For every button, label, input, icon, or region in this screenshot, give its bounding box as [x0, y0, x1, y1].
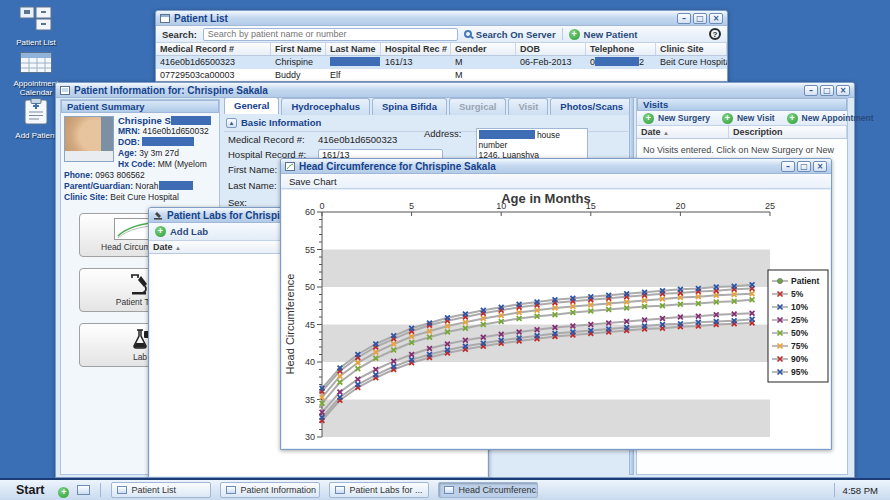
- svg-text:Age in Months: Age in Months: [501, 191, 591, 206]
- column-date[interactable]: Date ▲: [637, 126, 729, 138]
- patient-name: Chrispine S: [118, 115, 216, 126]
- svg-text:50%: 50%: [791, 328, 808, 338]
- tab-spina-bifida[interactable]: Spina Bifida: [372, 98, 447, 115]
- patient-list-column-headers[interactable]: Medical Record #First NameLast NameHospi…: [156, 43, 727, 56]
- table-row[interactable]: 07729503ca00003BuddyElfM: [156, 69, 727, 82]
- desktop-icon-label: Patient List: [4, 38, 68, 47]
- chart-menubar: Save Chart: [281, 174, 831, 189]
- patient-guardian: Parent/Guardian: Norah: [64, 181, 216, 192]
- patient-list-window: Patient List – □ × Search: Search On Ser…: [155, 10, 728, 82]
- section-title: Basic Information: [241, 117, 321, 128]
- column-header[interactable]: Medical Record #: [156, 43, 271, 55]
- new-patient-button[interactable]: + New Patient: [569, 29, 638, 40]
- task-label: Patient Labs for ...: [349, 485, 422, 495]
- search-input[interactable]: [203, 28, 458, 41]
- close-icon[interactable]: ×: [813, 161, 827, 172]
- maximize-icon[interactable]: □: [820, 85, 834, 96]
- svg-text:20: 20: [675, 201, 685, 211]
- maximize-icon[interactable]: □: [693, 13, 707, 24]
- add-lab-button[interactable]: + Add Lab: [155, 226, 208, 237]
- visits-column-headers[interactable]: Date ▲ Description: [637, 126, 847, 139]
- task-head-circumference[interactable]: Head Circumferenc...: [438, 482, 538, 498]
- patient-dob: DOB:: [118, 137, 216, 148]
- button-label: New Appointment: [802, 113, 874, 123]
- collapse-icon[interactable]: ▲: [226, 118, 237, 128]
- svg-text:25%: 25%: [791, 315, 808, 325]
- task-label: Head Circumferenc...: [458, 485, 538, 495]
- chart-titlebar[interactable]: Head Circumference for Chrispine Sakala …: [281, 159, 831, 174]
- column-header[interactable]: Gender: [451, 43, 516, 55]
- column-header[interactable]: Last Name: [326, 43, 381, 55]
- desktop-icon-patient-list[interactable]: Patient List: [4, 6, 68, 47]
- patient-info-titlebar[interactable]: Patient Information for: Chrispine Sakal…: [56, 83, 854, 98]
- chart-window-icon: [285, 162, 295, 171]
- column-date[interactable]: Date ▲: [149, 241, 299, 253]
- head-circumference-chart: Age in Months051015202530354045505560Hea…: [282, 190, 830, 448]
- patient-clinic-site: Clinic Site: Beit Cure Hospital: [64, 192, 216, 203]
- patient-age: Age: 3y 3m 27d: [118, 148, 216, 159]
- labs-window-icon: [153, 211, 163, 220]
- toolbar-separator: [562, 28, 563, 40]
- show-desktop-icon[interactable]: [77, 485, 90, 495]
- patient-list-titlebar[interactable]: Patient List – □ ×: [156, 11, 727, 26]
- column-header[interactable]: Clinic Site: [656, 43, 727, 55]
- plus-icon: +: [722, 113, 733, 124]
- visits-toolbar: + New Surgery + New Visit + New Appointm…: [637, 111, 847, 126]
- patient-list-toolbar: Search: Search On Server + New Patient ?: [156, 26, 727, 43]
- chart-plot-area: Age in Months051015202530354045505560Hea…: [282, 190, 830, 448]
- patient-photo: [64, 116, 114, 162]
- table-cell: 02: [586, 56, 656, 68]
- column-header[interactable]: DOB: [516, 43, 586, 55]
- close-icon[interactable]: ×: [836, 85, 850, 96]
- task-patient-labs[interactable]: Patient Labs for ...: [329, 482, 429, 498]
- minimize-icon[interactable]: –: [781, 161, 795, 172]
- task-label: Patient List: [131, 485, 176, 495]
- table-cell: [656, 69, 727, 81]
- tab-photos-scans[interactable]: Photos/Scans: [550, 98, 633, 115]
- search-on-server-label: Search On Server: [476, 29, 556, 40]
- maximize-icon[interactable]: □: [797, 161, 811, 172]
- tab-hydrocephalus[interactable]: Hydrocephalus: [281, 98, 370, 115]
- patient-info-tabs: General Hydrocephalus Spina Bifida Surgi…: [224, 98, 633, 115]
- new-surgery-button[interactable]: + New Surgery: [643, 113, 710, 124]
- search-label: Search:: [162, 29, 197, 40]
- save-chart-menu[interactable]: Save Chart: [289, 176, 337, 187]
- minimize-icon[interactable]: –: [804, 85, 818, 96]
- new-appointment-button[interactable]: + New Appointment: [787, 113, 874, 124]
- plus-icon: +: [787, 113, 798, 124]
- svg-text:0: 0: [319, 201, 324, 211]
- start-button[interactable]: Start: [0, 483, 58, 497]
- taskbar: Start + Patient List Patient Information…: [0, 478, 890, 500]
- table-cell: [326, 56, 381, 68]
- table-cell: M: [451, 56, 516, 68]
- redaction-box: [171, 116, 211, 125]
- window-title: Patient List: [174, 13, 673, 24]
- tab-general[interactable]: General: [224, 97, 279, 114]
- table-cell: M: [451, 69, 516, 81]
- table-row[interactable]: 416e0b1d6500323Chrispine161/13M06-Feb-20…: [156, 56, 727, 69]
- patient-info-window-icon: [60, 86, 70, 95]
- task-patient-list[interactable]: Patient List: [111, 482, 211, 498]
- close-icon[interactable]: ×: [709, 13, 723, 24]
- task-patient-information[interactable]: Patient Information: [220, 482, 320, 498]
- column-header[interactable]: First Name: [271, 43, 326, 55]
- patient-mrn: MRN: 416e0b1d650032: [118, 126, 216, 137]
- patient-list-task-icon: [117, 486, 127, 494]
- help-icon[interactable]: ?: [709, 28, 721, 40]
- quick-launch-icon[interactable]: +: [58, 481, 69, 499]
- patient-list-rows: 416e0b1d6500323Chrispine161/13M06-Feb-20…: [156, 56, 727, 82]
- sort-asc-icon: ▲: [663, 130, 669, 136]
- table-cell: [586, 69, 656, 81]
- patient-phone: Phone: 0963 806562: [64, 170, 216, 181]
- minimize-icon[interactable]: –: [677, 13, 691, 24]
- taskbar-separator: [100, 483, 101, 497]
- column-header[interactable]: Telephone: [586, 43, 656, 55]
- tab-surgical: Surgical: [449, 98, 507, 115]
- new-visit-button[interactable]: + New Visit: [722, 113, 775, 124]
- column-header[interactable]: Hospital Rec #: [381, 43, 451, 55]
- column-description[interactable]: Description: [729, 126, 847, 138]
- svg-text:Patient: Patient: [791, 276, 820, 286]
- sort-asc-icon: ▲: [175, 245, 181, 251]
- redaction-box: [142, 137, 194, 146]
- search-on-server-button[interactable]: Search On Server: [464, 29, 556, 40]
